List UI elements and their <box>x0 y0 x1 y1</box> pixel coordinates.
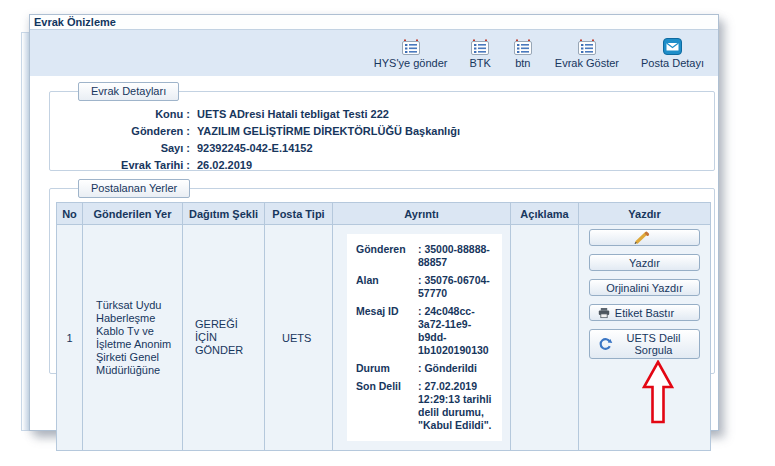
detail-row-son-delil: Son Delil : 27.02.2019 12:29:13 tarihli … <box>356 380 498 432</box>
toolbar-button-label: Evrak Göster <box>555 57 619 69</box>
yazdir-button-stack: Yazdır Orjinalini Yazdır <box>579 225 710 359</box>
detail-value: : Gönderildi <box>418 362 498 375</box>
detail-row-gonderen: Gönderen : 35000-88888-88857 <box>356 243 498 269</box>
cell-gonderilen-yer: Türksat Uydu Haberleşme Kablo Tv ve İşle… <box>83 225 183 451</box>
detail-value: : 24c048cc-3a72-11e9-b9dd-1b1020190130 <box>418 305 498 357</box>
table-header-row: No Gönderilen Yer Dağıtım Şekli Posta Ti… <box>57 203 711 225</box>
cell-ayrinti: Gönderen : 35000-88888-88857 Alan : 3507… <box>333 225 511 451</box>
toolbar-button-evrak-goster[interactable]: Evrak Göster <box>555 38 619 69</box>
field-value: 92392245-042-E.14152 <box>197 142 313 154</box>
document-list-icon <box>513 38 533 55</box>
button-label: Etiket Bastır <box>615 307 674 319</box>
etiket-bastir-button[interactable]: Etiket Bastır <box>589 304 700 321</box>
postalanan-yerler-table: No Gönderilen Yer Dağıtım Şekli Posta Ti… <box>56 202 711 451</box>
column-header-yazdir: Yazdır <box>579 203 711 225</box>
column-header-posta-tipi: Posta Tipi <box>265 203 333 225</box>
gonderilen-yer-text: Türksat Uydu Haberleşme Kablo Tv ve İşle… <box>83 299 182 377</box>
content-area: Evrak Detayları Konu : UETS ADresi Hatal… <box>30 76 718 430</box>
field-konu: Konu : UETS ADresi Hatali tebligat Testi… <box>50 105 714 122</box>
document-list-icon <box>401 38 421 55</box>
history-icon <box>598 337 613 352</box>
toolbar: HYS'ye gönder BTK <box>30 30 718 76</box>
cell-no: 1 <box>57 225 83 451</box>
ayrinti-detail-box: Gönderen : 35000-88888-88857 Alan : 3507… <box>347 234 502 441</box>
field-value: YAZILIM GELİŞTİRME DİREKTÖRLÜĞÜ Başkanlı… <box>197 125 460 137</box>
detail-value: : 35076-06704-57770 <box>418 274 498 300</box>
yazdir-button[interactable]: Yazdır <box>589 254 700 271</box>
evrak-detaylari-groupbox: Evrak Detayları Konu : UETS ADresi Hatal… <box>49 91 715 171</box>
postalanan-yerler-legend: Postalanan Yerler <box>78 179 190 198</box>
cell-posta-tipi: UETS <box>265 225 333 451</box>
detail-row-durum: Durum : Gönderildi <box>356 362 498 375</box>
field-label: Konu : <box>50 108 190 120</box>
button-label: Orjinalini Yazdır <box>606 282 683 294</box>
mail-icon <box>663 38 682 55</box>
toolbar-button-label: btn <box>515 57 530 69</box>
document-list-icon <box>577 38 597 55</box>
field-value: 26.02.2019 <box>197 159 252 171</box>
detail-value: : 27.02.2019 12:29:13 tarihli delil duru… <box>418 380 498 432</box>
toolbar-button-posta-detayi[interactable]: Posta Detayı <box>641 38 704 69</box>
detail-label: Durum <box>356 362 416 375</box>
printer-icon <box>598 307 610 318</box>
column-header-dagitim-sekli: Dağıtım Şekli <box>183 203 265 225</box>
orjinalini-yazdir-button[interactable]: Orjinalini Yazdır <box>589 279 700 296</box>
field-gonderen: Gönderen : YAZILIM GELİŞTİRME DİREKTÖRLÜ… <box>50 122 714 139</box>
dagitim-sekli-text: GEREĞİ İÇİN GÖNDER <box>183 318 264 357</box>
detail-row-mesaj-id: Mesaj ID : 24c048cc-3a72-11e9-b9dd-1b102… <box>356 305 498 357</box>
field-value: UETS ADresi Hatali tebligat Testi 222 <box>197 108 389 120</box>
toolbar-button-btk[interactable]: BTK <box>469 38 490 69</box>
uets-delil-sorgula-button[interactable]: UETS Delil Sorgula <box>589 329 700 359</box>
evrak-detaylari-legend: Evrak Detayları <box>78 82 179 101</box>
button-label: UETS Delil Sorgula <box>616 332 691 356</box>
annotation-arrow-up-icon <box>642 360 674 428</box>
table-row: 1 Türksat Uydu Haberleşme Kablo Tv ve İş… <box>57 225 711 451</box>
button-label: Yazdır <box>629 257 660 269</box>
toolbar-button-label: HYS'ye gönder <box>374 57 448 69</box>
toolbar-button-label: BTK <box>469 57 490 69</box>
detail-label: Alan <box>356 274 416 300</box>
field-label: Evrak Tarihi : <box>50 159 190 171</box>
toolbar-button-hysye-gonder[interactable]: HYS'ye gönder <box>374 38 448 69</box>
detail-row-alan: Alan : 35076-06704-57770 <box>356 274 498 300</box>
toolbar-button-btn[interactable]: btn <box>513 38 533 69</box>
screenshot-stage: Evrak Önizleme HYS'ye <box>0 0 775 466</box>
toolbar-button-label: Posta Detayı <box>641 57 704 69</box>
column-header-no: No <box>57 203 83 225</box>
evrak-detaylari-fields: Konu : UETS ADresi Hatali tebligat Testi… <box>50 92 714 173</box>
detail-value: : 35000-88888-88857 <box>418 243 498 269</box>
field-evrak-tarihi: Evrak Tarihi : 26.02.2019 <box>50 156 714 173</box>
window-title: Evrak Önizleme <box>30 15 718 30</box>
column-header-aciklama: Açıklama <box>511 203 579 225</box>
field-sayi: Sayı : 92392245-042-E.14152 <box>50 139 714 156</box>
column-header-gonderilen-yer: Gönderilen Yer <box>83 203 183 225</box>
evrak-onizleme-window: Evrak Önizleme HYS'ye <box>29 14 719 431</box>
detail-label: Mesaj ID <box>356 305 416 357</box>
postalanan-yerler-groupbox: Postalanan Yerler No Gönderilen Yer Dağı… <box>49 188 715 374</box>
column-header-ayrinti: Ayrıntı <box>333 203 511 225</box>
pencil-icon <box>633 231 650 244</box>
posta-tipi-text: UETS <box>265 332 332 344</box>
detail-label: Gönderen <box>356 243 416 269</box>
window-edge <box>21 32 29 431</box>
field-label: Gönderen : <box>50 125 190 137</box>
cell-aciklama <box>511 225 579 451</box>
document-list-icon <box>470 38 490 55</box>
cell-dagitim-sekli: GEREĞİ İÇİN GÖNDER <box>183 225 265 451</box>
edit-button[interactable] <box>589 229 700 246</box>
detail-label: Son Delil <box>356 380 416 432</box>
field-label: Sayı : <box>50 142 190 154</box>
